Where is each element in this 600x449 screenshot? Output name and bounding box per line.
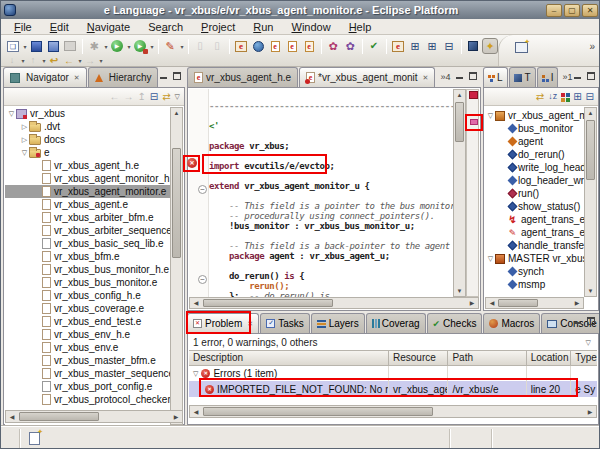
col-description[interactable]: Description (189, 351, 389, 365)
tab-hierarchy[interactable]: Hierarchy (88, 67, 159, 87)
navigator-tree-item[interactable]: vr_xbus_master_sequence_h.e (5, 367, 171, 380)
navigator-hscrollbar[interactable]: ◀ ▶ (5, 410, 183, 423)
menu-navigate[interactable]: Navigate (78, 19, 139, 35)
fold-marker-extend-icon[interactable]: − (198, 185, 207, 194)
e-macro-button-1[interactable]: ✿ (325, 38, 341, 54)
outline-tree-item[interactable]: agent (485, 135, 585, 148)
code-line[interactable]: rerun(); (209, 281, 453, 291)
editor-tab-overflow[interactable]: »4 (440, 72, 450, 82)
navigator-maximize-icon[interactable] (173, 72, 181, 80)
navigator-tree-item[interactable]: vr_xbus_master_bfm.e (5, 354, 171, 367)
open-arrow-icon[interactable]: ▽ (20, 149, 29, 157)
col-resource[interactable]: Resource (389, 351, 448, 365)
nav-up-icon[interactable]: ↥ (137, 92, 145, 102)
tab-navigator[interactable]: Navigator ✕ (3, 67, 87, 87)
next-annotation-button[interactable]: ↓ (5, 55, 19, 67)
e-check-button[interactable]: ✔ (366, 38, 382, 54)
navigator-tree-item[interactable]: ▷docs (5, 133, 171, 146)
code-line[interactable]: <' (209, 121, 453, 131)
back-button[interactable]: ← (62, 55, 76, 67)
e-macro-button-2[interactable]: ✿ (342, 38, 358, 54)
nav-forward-icon[interactable]: → (123, 92, 133, 102)
outline-tree-item[interactable]: ▽vr_xbus_agent_mo (485, 109, 585, 122)
code-line[interactable]: ----------------------------------------… (209, 101, 453, 111)
code-line[interactable]: do_rerun() is { (209, 271, 453, 281)
menu-help[interactable]: Help (340, 19, 381, 35)
navigator-view-menu-icon[interactable]: ▽ (175, 93, 180, 100)
e-file-button-2[interactable]: e (284, 38, 300, 54)
code-line[interactable]: -- procedurally using connect_pointers()… (209, 211, 453, 221)
debug-perspective-button[interactable] (465, 38, 481, 54)
navigator-tree-item[interactable]: ▷.dvt (5, 120, 171, 133)
navigator-tree-item[interactable]: vr_xbus_bfm.e (5, 250, 171, 263)
tab-tasks[interactable]: Tasks (260, 313, 310, 333)
code-line[interactable]: !bus_monitor : vr_xbus_bus_monitor_u; (209, 221, 453, 231)
code-line[interactable]: package agent : vr_xbus_agent_u; (209, 251, 453, 261)
outline-minimize-icon[interactable] (574, 72, 582, 80)
new-e-module-button[interactable]: e (233, 38, 249, 54)
e-file-button-3[interactable]: e (301, 38, 317, 54)
navigator-tree-item[interactable]: vr_xbus_basic_seq_lib.e (5, 237, 171, 250)
editor-tab-agent-h[interactable]: e vr_xbus_agent_h.e (187, 67, 298, 87)
problems-view-menu-icon[interactable]: ▽ (586, 339, 591, 347)
right-tab-overflow[interactable]: »1 (562, 72, 572, 82)
outline-tree-item[interactable]: handle_transfer_ (485, 239, 585, 252)
navigator-tree-item[interactable]: vr_xbus_agent_monitor.e (5, 185, 171, 198)
code-line[interactable]: -- This field is a pointer to the bus mo… (209, 201, 453, 211)
outline-tree-item[interactable]: show_status() (485, 200, 585, 213)
outline-tree-item[interactable]: ✎agent_trans_end (485, 226, 585, 239)
menu-window[interactable]: Window (282, 19, 339, 35)
prev-annotation-button[interactable]: ↑ (26, 55, 40, 67)
status-task-icon[interactable] (29, 432, 40, 445)
editor-tab-close-icon[interactable]: ✕ (423, 74, 429, 82)
navigator-tree-item[interactable]: vr_xbus_arbiter_sequence_h.e (5, 224, 171, 237)
code-line[interactable] (209, 261, 453, 271)
code-line[interactable] (209, 131, 453, 141)
open-perspective-icon[interactable] (515, 42, 528, 53)
problems-maximize-icon[interactable] (587, 317, 595, 325)
navigator-tree-item[interactable]: vr_xbus_agent_h.e (5, 159, 171, 172)
tab-macros[interactable]: Macros (483, 313, 540, 333)
code-area[interactable]: ----------------------------------------… (209, 89, 453, 297)
tab-checks[interactable]: Checks (427, 313, 483, 333)
outline-tree-item[interactable]: do_rerun() (485, 148, 585, 161)
code-line[interactable]: package vr_xbus; (209, 141, 453, 151)
outline-maximize-icon[interactable] (587, 72, 595, 80)
col-type[interactable]: Type (571, 351, 597, 365)
run-config-button-dropdown-icon[interactable]: ▾ (149, 43, 155, 50)
outline-tree-item[interactable]: msmp (485, 278, 585, 291)
collapse-all-icon[interactable]: ⊟ (150, 92, 158, 102)
navigator-tab-close-icon[interactable]: ✕ (74, 74, 80, 82)
last-edit-location-button[interactable]: ↩ (47, 55, 61, 67)
collapse-button[interactable]: ⊟ (441, 38, 457, 54)
nav-back-icon[interactable]: ← (109, 92, 119, 102)
print-button[interactable] (62, 38, 78, 54)
outline-hscrollbar[interactable]: ◀ ▶ (485, 297, 584, 309)
col-path[interactable]: Path (448, 351, 526, 365)
code-line[interactable] (209, 231, 453, 241)
external-tools-button-dropdown-icon[interactable]: ▾ (179, 43, 185, 50)
closed-arrow-icon[interactable]: ▷ (20, 123, 29, 131)
navigator-tree-item[interactable]: vr_xbus_end_test.e (5, 315, 171, 328)
menu-run[interactable]: Run (244, 19, 282, 35)
navigator-tree-item[interactable]: vr_xbus_agent.e (5, 198, 171, 211)
navigator-tree-item[interactable]: vr_xbus_port_config.e (5, 380, 171, 393)
filter-grid-icon[interactable] (561, 93, 565, 97)
expand-button-2[interactable]: ⊞ (424, 38, 440, 54)
outline-tree-item[interactable]: log_header_writt (485, 174, 585, 187)
editor-maximize-icon[interactable] (469, 72, 477, 80)
code-line[interactable] (209, 111, 453, 121)
outline-expand-all-icon[interactable]: ⊞ (573, 92, 581, 102)
code-line[interactable] (209, 91, 453, 101)
right-tab-3[interactable]: I (537, 67, 559, 87)
run-button[interactable]: ▶ (109, 38, 125, 54)
navigator-tree-item[interactable]: vr_xbus_protocol_checker.e (5, 393, 171, 406)
tab-coverag[interactable]: Coverag (366, 313, 426, 333)
group-expand-icon[interactable]: ▽ (193, 370, 198, 378)
outline-tree-item[interactable]: write_log_heade (485, 161, 585, 174)
problems-hscrollbar[interactable]: ◀ ▶ (189, 405, 597, 418)
navigator-tree-item[interactable]: vr_xbus_bus_monitor_h.e (5, 263, 171, 276)
outline-tree-item[interactable]: synch (485, 265, 585, 278)
save-all-button[interactable] (45, 38, 61, 54)
navigator-tree-item[interactable]: ▽vr_xbus (5, 107, 171, 120)
